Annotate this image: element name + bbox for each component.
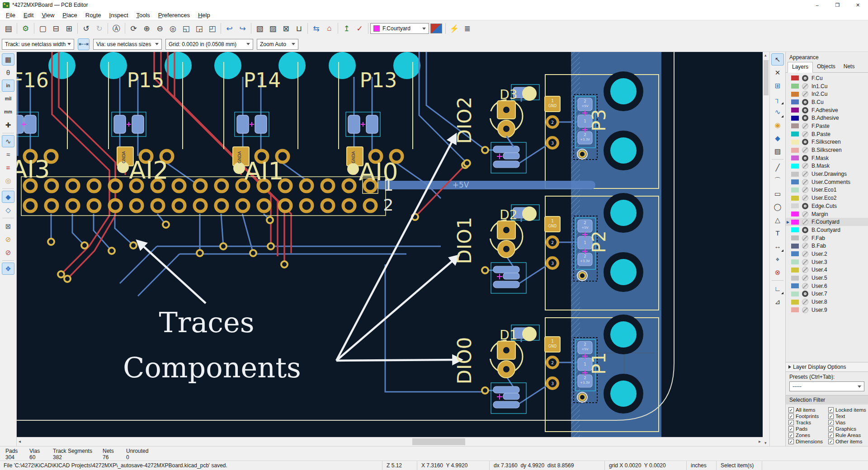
- route-highlight-icon[interactable]: ⚡: [448, 23, 460, 35]
- draw-rectangle-icon[interactable]: ▭: [771, 188, 784, 200]
- zoom-in-icon[interactable]: ⊕: [141, 23, 153, 35]
- layer-swatch[interactable]: [791, 179, 799, 184]
- add-text-icon[interactable]: T: [771, 227, 784, 239]
- grid-selector[interactable]: Grid: 0.0020 in (0.0508 mm): [165, 39, 253, 50]
- layer-row-F.Adhesive[interactable]: F.Adhesive: [786, 106, 868, 114]
- hidden-eye-icon[interactable]: [802, 171, 808, 177]
- inactive-pads-icon[interactable]: ⊘: [2, 233, 14, 245]
- route-tracks-icon[interactable]: ┐: [771, 93, 784, 105]
- layer-row-User.Eco1[interactable]: User.Eco1: [786, 186, 868, 194]
- close-button[interactable]: ✕: [848, 0, 868, 10]
- layer-row-B.Silkscreen[interactable]: B.Silkscreen: [786, 146, 868, 154]
- checkbox-checked-icon[interactable]: ✓: [828, 439, 834, 444]
- back-icon[interactable]: ↩: [223, 23, 236, 35]
- layer-swatch[interactable]: [791, 196, 799, 201]
- layer-swatch[interactable]: [791, 307, 799, 312]
- appearance-manager-icon[interactable]: ❖: [2, 263, 14, 275]
- rule-area-icon[interactable]: ▨: [771, 145, 784, 157]
- save-icon[interactable]: ▤: [2, 23, 14, 35]
- layer-swatch[interactable]: [791, 92, 799, 97]
- layer-row-B.Cu[interactable]: B.Cu: [786, 98, 868, 106]
- hidden-eye-icon[interactable]: [802, 211, 808, 217]
- checkbox-checked-icon[interactable]: ✓: [828, 407, 834, 413]
- layer-swatch[interactable]: [791, 203, 799, 208]
- filter-locked-items[interactable]: ✓Locked items: [828, 407, 866, 413]
- filter-vias[interactable]: ✓Vias: [828, 420, 866, 425]
- vertical-scroll-thumb[interactable]: [764, 60, 769, 95]
- checkbox-checked-icon[interactable]: ✓: [788, 414, 794, 419]
- layer-row-In2.Cu[interactable]: In2.Cu: [786, 90, 868, 98]
- filter-pads[interactable]: ✓Pads: [788, 426, 828, 432]
- place-footprint-icon[interactable]: ⊞: [771, 80, 784, 92]
- scroll-left-icon[interactable]: ◂: [19, 439, 21, 444]
- draw-polygon-icon[interactable]: △: [771, 214, 784, 226]
- layer-swatch[interactable]: [791, 148, 799, 153]
- layer-swatch[interactable]: [791, 212, 799, 216]
- local-ratsnest-icon[interactable]: ✕: [771, 66, 784, 79]
- layer-row-B.Courtyard[interactable]: B.Courtyard: [786, 226, 868, 234]
- zoom-fit-icon[interactable]: ◱: [180, 23, 192, 35]
- hidden-eye-icon[interactable]: [802, 219, 808, 225]
- hidden-eye-icon[interactable]: [802, 283, 808, 289]
- minimize-button[interactable]: –: [807, 0, 827, 10]
- presets-dropdown[interactable]: -----: [789, 381, 864, 391]
- vertical-scrollbar[interactable]: ▴ ▾: [763, 52, 769, 446]
- inactive-vias-icon[interactable]: ⊘: [2, 246, 14, 258]
- layer-row-User.9[interactable]: User.9: [786, 306, 868, 314]
- units-mm-icon[interactable]: mm: [2, 106, 14, 118]
- hidden-eye-icon[interactable]: [802, 147, 808, 153]
- layer-swatch[interactable]: [791, 164, 799, 169]
- scroll-right-icon[interactable]: ▸: [759, 439, 761, 444]
- tab-nets[interactable]: Nets: [840, 62, 859, 72]
- menu-view[interactable]: View: [38, 11, 58, 19]
- draw-line-icon[interactable]: ╱: [771, 161, 784, 174]
- layer-swatch[interactable]: [791, 276, 799, 281]
- layer-swatch[interactable]: [791, 99, 799, 104]
- menu-place[interactable]: Place: [58, 11, 81, 19]
- scripting-console-icon[interactable]: ≣: [461, 23, 473, 35]
- draw-zone-icon[interactable]: ◆: [771, 132, 784, 144]
- undo-icon[interactable]: ↺: [80, 23, 92, 35]
- hidden-eye-icon[interactable]: [802, 243, 808, 249]
- draw-arc-icon[interactable]: ⌒: [771, 174, 784, 187]
- layer-row-Edge.Cuts[interactable]: Edge.Cuts: [786, 202, 868, 210]
- checkbox-checked-icon[interactable]: ✓: [828, 432, 834, 438]
- layer-pair-icon[interactable]: [430, 24, 442, 33]
- delete-tool-icon[interactable]: ⊗: [771, 266, 784, 278]
- layer-row-User.5[interactable]: User.5: [786, 274, 868, 282]
- menu-tools[interactable]: Tools: [132, 11, 154, 19]
- filter-dimensions[interactable]: ✓Dimensions: [788, 439, 828, 444]
- checkbox-checked-icon[interactable]: ✓: [788, 420, 794, 425]
- redo-icon[interactable]: ↻: [93, 23, 105, 35]
- filter-footprints[interactable]: ✓Footprints: [788, 414, 828, 419]
- checkbox-checked-icon[interactable]: ✓: [788, 432, 794, 438]
- layer-row-User.8[interactable]: User.8: [786, 298, 868, 306]
- ratsnest-curved-icon[interactable]: ≈: [2, 148, 14, 160]
- forward-icon[interactable]: ↪: [236, 23, 249, 35]
- visibility-eye-icon[interactable]: [802, 227, 808, 233]
- page-settings-icon[interactable]: ▢: [37, 23, 49, 35]
- layer-row-B.Mask[interactable]: B.Mask: [786, 162, 868, 170]
- hidden-eye-icon[interactable]: [802, 307, 808, 313]
- filter-rule-areas[interactable]: ✓Rule Areas: [828, 432, 866, 438]
- layer-swatch[interactable]: [791, 75, 799, 80]
- horizontal-scrollbar[interactable]: ◂ ▸: [17, 437, 763, 446]
- scroll-down-icon[interactable]: ▾: [764, 441, 767, 445]
- via-size-selector[interactable]: Via: use netclass sizes: [93, 39, 162, 50]
- refresh-icon[interactable]: ⟳: [127, 23, 140, 35]
- zones-outline-icon[interactable]: ◇: [2, 204, 14, 216]
- drc-icon[interactable]: ✓: [354, 23, 366, 35]
- paste-area-icon[interactable]: ▨: [267, 23, 279, 35]
- visibility-eye-icon[interactable]: [802, 139, 808, 145]
- hidden-eye-icon[interactable]: [802, 275, 808, 281]
- filter-other-items[interactable]: ✓Other items: [828, 439, 866, 444]
- plot-icon[interactable]: ⊞: [63, 23, 75, 35]
- update-board-icon[interactable]: ↥: [340, 23, 353, 35]
- layer-row-B.Paste[interactable]: B.Paste: [786, 130, 868, 138]
- zoom-selector[interactable]: Zoom Auto: [257, 39, 298, 50]
- menu-file[interactable]: File: [2, 11, 19, 19]
- layer-swatch[interactable]: [791, 291, 799, 296]
- layer-swatch[interactable]: [791, 116, 799, 121]
- pads-outline-icon[interactable]: ◎: [2, 174, 14, 187]
- layer-row-F.Courtyard[interactable]: ▶F.Courtyard: [786, 218, 868, 226]
